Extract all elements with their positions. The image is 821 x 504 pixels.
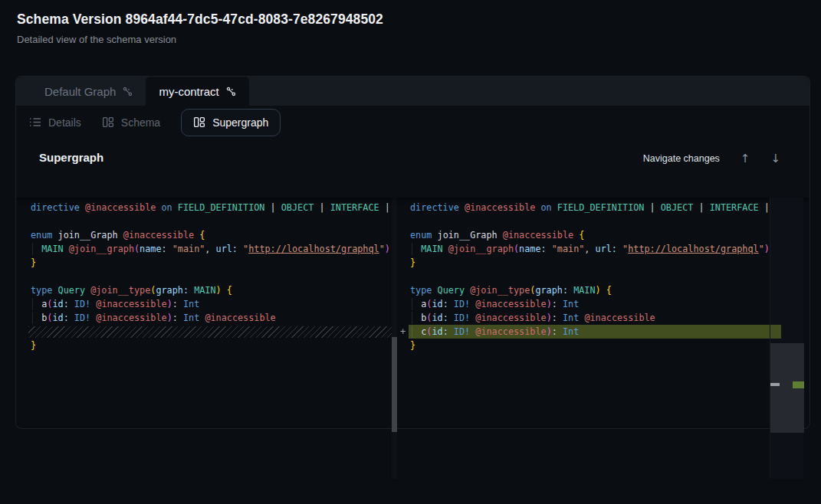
code-line: } — [409, 256, 770, 270]
diff-modified-pane[interactable]: directive @inaccessible on FIELD_DEFINIT… — [409, 201, 770, 354]
minimap-cursor-marker — [770, 383, 780, 386]
code-line: b(id: ID! @inaccessible): Int @inaccessi… — [16, 311, 392, 325]
split-panel-icon — [102, 116, 114, 128]
tab-default-graph[interactable]: Default Graph — [31, 77, 146, 106]
insert-line: c(id: ID! @inaccessible): Int — [409, 325, 770, 339]
blank-line — [409, 270, 770, 283]
code-line: type Query @join__type(graph: MAIN) { — [409, 283, 770, 297]
left-editor-scrollbar[interactable] — [392, 198, 397, 479]
overview-insert-marker — [770, 325, 781, 339]
code-line: } — [16, 256, 392, 270]
insert-plus-marker: + — [397, 325, 409, 339]
blank-line — [16, 214, 392, 228]
tab-my-contract[interactable]: my-contract — [146, 77, 248, 106]
navigate-changes-label: Navigate changes — [643, 153, 720, 164]
code-line: enum join__Graph @inaccessible { — [409, 228, 770, 242]
supergraph-panel-header: Supergraph Navigate changes ↑ ↓ — [16, 139, 810, 198]
panel-title: Supergraph — [39, 151, 103, 164]
blank-line — [16, 270, 392, 283]
code-line: MAIN @join__graph(name: "main", url: "ht… — [409, 242, 770, 256]
tab-label: my-contract — [159, 85, 218, 98]
minimap-insert-marker — [793, 381, 804, 388]
tab-supergraph[interactable]: Supergraph — [181, 109, 281, 136]
subtab-label: Supergraph — [212, 116, 268, 129]
page-title: Schema Version 8964af44-7dc5-47cd-8083-7… — [17, 11, 383, 28]
code-line: directive @inaccessible on FIELD_DEFINIT… — [409, 201, 770, 214]
contract-fork-icon — [226, 87, 236, 97]
variant-tabbar: Default Graph my-contract — [16, 77, 810, 106]
code-line: a(id: ID! @inaccessible): Int — [409, 297, 770, 311]
view-subtabs: Details Schema Supergraph — [16, 106, 810, 139]
tab-schema[interactable]: Schema — [102, 116, 160, 129]
code-line: MAIN @join__graph(name: "main", url: "ht… — [16, 242, 392, 256]
code-line: b(id: ID! @inaccessible): Int @inaccessi… — [409, 311, 770, 325]
page-subtitle: Detailed view of the schema version — [17, 34, 176, 45]
split-panel-icon — [193, 116, 205, 128]
tab-details[interactable]: Details — [29, 116, 81, 129]
navigate-changes-group: Navigate changes ↑ ↓ — [643, 152, 780, 165]
code-line: a(id: ID! @inaccessible): Int — [16, 297, 392, 311]
code-line: enum join__Graph @inaccessible { — [16, 228, 392, 242]
code-line: type Query @join__type(graph: MAIN) { — [16, 283, 392, 297]
subtab-label: Details — [48, 116, 81, 129]
scrollbar-slider[interactable] — [392, 337, 397, 432]
contract-fork-icon — [123, 87, 133, 97]
code-line: } — [16, 339, 392, 352]
hatch-line — [28, 326, 392, 338]
blank-line — [409, 214, 770, 228]
diff-original-pane[interactable]: directive @inaccessible on FIELD_DEFINIT… — [16, 201, 392, 354]
tab-label: Default Graph — [44, 85, 116, 98]
list-icon — [29, 116, 41, 128]
right-editor-minimap[interactable] — [770, 198, 803, 479]
code-line: directive @inaccessible on FIELD_DEFINIT… — [16, 201, 392, 214]
code-line: } — [409, 339, 770, 352]
arrow-down-icon[interactable]: ↓ — [770, 152, 780, 165]
subtab-label: Schema — [121, 116, 160, 129]
arrow-up-icon[interactable]: ↑ — [741, 152, 750, 165]
